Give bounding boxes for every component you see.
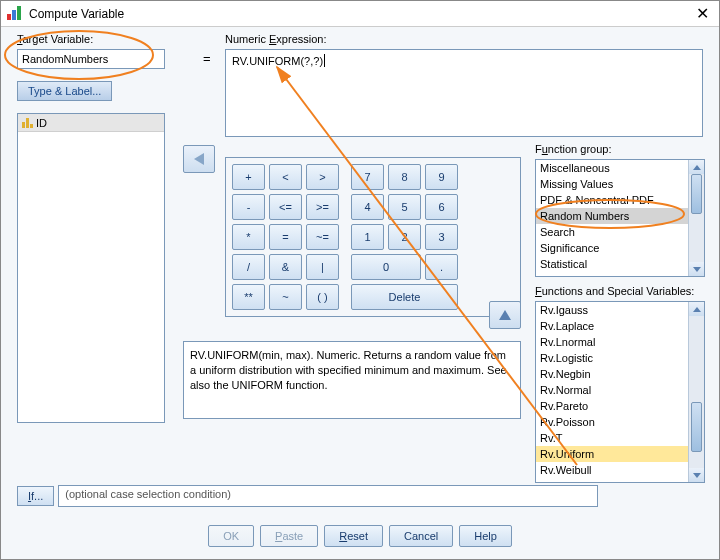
- help-button[interactable]: Help: [459, 525, 512, 547]
- keypad-8[interactable]: 8: [388, 164, 421, 190]
- function-item[interactable]: Rv.Uniform: [536, 446, 688, 462]
- function-item[interactable]: Rv.Igauss: [536, 302, 688, 318]
- numeric-expression-label: Numeric Expression:: [225, 33, 327, 45]
- variable-list[interactable]: ID: [17, 113, 165, 423]
- function-help-text: RV.UNIFORM(min, max). Numeric. Returns a…: [183, 341, 521, 419]
- cancel-button[interactable]: Cancel: [389, 525, 453, 547]
- move-to-expression-button[interactable]: [183, 145, 215, 173]
- insert-function-button[interactable]: [489, 301, 521, 329]
- keypad-7[interactable]: 7: [351, 164, 384, 190]
- keypad-gte[interactable]: >=: [306, 194, 339, 220]
- keypad-minus[interactable]: -: [232, 194, 265, 220]
- scrollbar[interactable]: [688, 302, 704, 482]
- title-bar: Compute Variable ✕: [1, 1, 719, 27]
- function-group-item[interactable]: PDF & Noncentral PDF: [536, 192, 688, 208]
- function-group-label: Function group:: [535, 143, 611, 155]
- keypad-not[interactable]: ~: [269, 284, 302, 310]
- keypad-4[interactable]: 4: [351, 194, 384, 220]
- function-item[interactable]: Rv.Negbin: [536, 366, 688, 382]
- function-group-item[interactable]: Significance: [536, 240, 688, 256]
- arrow-up-icon: [499, 310, 511, 320]
- keypad-power[interactable]: **: [232, 284, 265, 310]
- keypad-delete[interactable]: Delete: [351, 284, 458, 310]
- scrollbar[interactable]: [688, 160, 704, 276]
- keypad-1[interactable]: 1: [351, 224, 384, 250]
- function-group-item[interactable]: Missing Values: [536, 176, 688, 192]
- keypad-2[interactable]: 2: [388, 224, 421, 250]
- paste-button[interactable]: Paste: [260, 525, 318, 547]
- function-group-item[interactable]: Miscellaneous: [536, 160, 688, 176]
- target-variable-input[interactable]: [17, 49, 165, 69]
- keypad-0[interactable]: 0: [351, 254, 421, 280]
- function-group-item[interactable]: Search: [536, 224, 688, 240]
- spss-icon: [7, 6, 23, 22]
- type-and-label-button[interactable]: Type & Label...: [17, 81, 112, 101]
- function-item[interactable]: Rv.T: [536, 430, 688, 446]
- function-item[interactable]: Rv.Pareto: [536, 398, 688, 414]
- keypad-plus[interactable]: +: [232, 164, 265, 190]
- keypad-lt[interactable]: <: [269, 164, 302, 190]
- keypad-dot[interactable]: .: [425, 254, 458, 280]
- expression-text: RV.UNIFORM(?,?): [232, 55, 323, 67]
- keypad-lte[interactable]: <=: [269, 194, 302, 220]
- keypad-eq[interactable]: =: [269, 224, 302, 250]
- variable-name: ID: [36, 117, 47, 129]
- keypad-6[interactable]: 6: [425, 194, 458, 220]
- scale-variable-icon: [22, 118, 32, 128]
- function-item[interactable]: Rv.Normal: [536, 382, 688, 398]
- function-item[interactable]: Rv.Lnormal: [536, 334, 688, 350]
- function-group-item[interactable]: Random Numbers: [536, 208, 688, 224]
- if-condition-display: (optional case selection condition): [58, 485, 598, 507]
- equals-sign: =: [203, 51, 211, 66]
- function-item[interactable]: Rv.Laplace: [536, 318, 688, 334]
- function-item[interactable]: Rv.Poisson: [536, 414, 688, 430]
- ok-button[interactable]: OK: [208, 525, 254, 547]
- keypad-and[interactable]: &: [269, 254, 302, 280]
- if-button[interactable]: If...: [17, 486, 54, 506]
- functions-list[interactable]: Rv.IgaussRv.LaplaceRv.LnormalRv.Logistic…: [535, 301, 705, 483]
- keypad-3[interactable]: 3: [425, 224, 458, 250]
- function-group-item[interactable]: Statistical: [536, 256, 688, 272]
- function-item[interactable]: Rv.Weibull: [536, 462, 688, 478]
- keypad-divide[interactable]: /: [232, 254, 265, 280]
- keypad-parens[interactable]: ( ): [306, 284, 339, 310]
- calculator-keypad: + < > 7 8 9 - <= >= 4 5 6 * = ~=: [225, 157, 521, 317]
- arrow-left-icon: [194, 153, 204, 165]
- function-group-list[interactable]: MiscellaneousMissing ValuesPDF & Noncent…: [535, 159, 705, 277]
- reset-button[interactable]: Reset: [324, 525, 383, 547]
- keypad-multiply[interactable]: *: [232, 224, 265, 250]
- target-variable-label: Target Variable:: [17, 33, 93, 45]
- function-item[interactable]: Rv.Logistic: [536, 350, 688, 366]
- keypad-or[interactable]: |: [306, 254, 339, 280]
- keypad-5[interactable]: 5: [388, 194, 421, 220]
- numeric-expression-input[interactable]: RV.UNIFORM(?,?): [225, 49, 703, 137]
- close-icon[interactable]: ✕: [692, 4, 713, 23]
- compute-variable-dialog: Compute Variable ✕ Target Variable: Type…: [0, 0, 720, 560]
- keypad-9[interactable]: 9: [425, 164, 458, 190]
- variable-list-item[interactable]: ID: [18, 114, 164, 132]
- functions-list-label: Functions and Special Variables:: [535, 285, 694, 297]
- keypad-neq[interactable]: ~=: [306, 224, 339, 250]
- dialog-button-row: OK Paste Reset Cancel Help: [1, 525, 719, 547]
- keypad-gt[interactable]: >: [306, 164, 339, 190]
- window-title: Compute Variable: [29, 7, 124, 21]
